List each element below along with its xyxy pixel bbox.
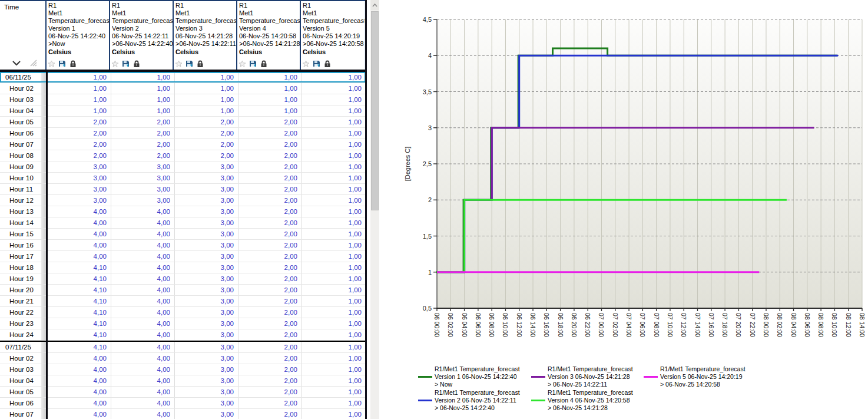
time-cell[interactable]: Hour 03	[0, 94, 41, 105]
value-cell[interactable]: 4,10	[48, 273, 111, 284]
value-cell[interactable]: 4,00	[48, 229, 111, 239]
value-cell[interactable]: 3,00	[175, 262, 238, 273]
value-cell[interactable]: 2,00	[238, 262, 302, 273]
value-cell[interactable]: 2,00	[238, 240, 302, 250]
value-cell[interactable]: 1,00	[48, 83, 111, 94]
value-cell[interactable]: 1,00	[111, 83, 175, 94]
time-cell[interactable]: Hour 14	[0, 217, 41, 228]
value-cell[interactable]: 2,00	[238, 353, 302, 364]
value-cell[interactable]: 2,00	[238, 161, 302, 172]
value-cell[interactable]: 3,00	[111, 173, 175, 183]
value-cell[interactable]: 1,00	[302, 150, 366, 161]
value-cell[interactable]: 2,00	[238, 329, 302, 340]
value-cell[interactable]: 1,00	[302, 353, 366, 364]
value-cell[interactable]: 1,00	[302, 161, 366, 172]
value-cell[interactable]: 3,00	[48, 184, 111, 194]
value-cell[interactable]: 1,00	[302, 229, 366, 239]
value-cell[interactable]: 4,10	[48, 285, 111, 295]
value-cell[interactable]: 2,00	[238, 409, 302, 419]
value-cell[interactable]: 3,00	[175, 375, 238, 386]
save-icon[interactable]	[185, 60, 194, 68]
value-cell[interactable]: 1,00	[238, 94, 302, 105]
time-cell[interactable]: 06/11/25	[0, 72, 41, 83]
value-cell[interactable]: 2,00	[238, 195, 302, 206]
time-cell[interactable]: Hour 02	[0, 353, 41, 364]
value-cell[interactable]: 2,00	[238, 229, 302, 239]
value-cell[interactable]: 2,00	[175, 139, 238, 150]
value-cell[interactable]: 2,00	[238, 398, 302, 408]
time-cell[interactable]: Hour 11	[0, 184, 41, 194]
value-cell[interactable]: 1,00	[302, 251, 366, 262]
value-cell[interactable]: 4,00	[111, 353, 175, 364]
value-cell[interactable]: 1,00	[302, 307, 366, 318]
value-cell[interactable]: 1,00	[302, 329, 366, 340]
value-cell[interactable]: 4,10	[48, 296, 111, 306]
value-cell[interactable]: 4,00	[111, 329, 175, 340]
value-cell[interactable]: 4,00	[111, 240, 175, 250]
value-cell[interactable]: 3,00	[48, 173, 111, 183]
value-cell[interactable]: 1,00	[238, 72, 302, 83]
value-cell[interactable]: 1,00	[302, 83, 366, 94]
value-cell[interactable]: 4,00	[111, 285, 175, 295]
value-cell[interactable]: 1,00	[302, 273, 366, 284]
value-cell[interactable]: 1,00	[175, 72, 238, 83]
value-cell[interactable]: 2,00	[175, 128, 238, 138]
value-cell[interactable]: 1,00	[302, 128, 366, 138]
value-cell[interactable]: 4,00	[48, 387, 111, 397]
value-cell[interactable]: 3,00	[175, 217, 238, 228]
value-cell[interactable]: 2,00	[238, 206, 302, 217]
value-cell[interactable]: 2,00	[238, 342, 302, 352]
star-icon[interactable]	[302, 60, 310, 68]
star-icon[interactable]	[175, 60, 183, 68]
value-cell[interactable]: 1,00	[302, 173, 366, 183]
value-cell[interactable]: 4,00	[111, 251, 175, 262]
time-cell[interactable]: Hour 18	[0, 262, 41, 273]
chevron-down-icon[interactable]	[12, 60, 21, 66]
value-cell[interactable]: 2,00	[238, 117, 302, 127]
vertical-scrollbar[interactable]	[370, 0, 379, 419]
value-cell[interactable]: 1,00	[48, 72, 111, 83]
value-cell[interactable]: 1,00	[175, 83, 238, 94]
value-cell[interactable]: 3,00	[175, 398, 238, 408]
value-cell[interactable]: 1,00	[302, 217, 366, 228]
value-cell[interactable]: 4,00	[111, 318, 175, 329]
time-cell[interactable]: Hour 02	[0, 83, 41, 94]
time-cell[interactable]: Hour 15	[0, 229, 41, 239]
time-cell[interactable]: Hour 22	[0, 307, 41, 318]
time-cell[interactable]: Hour 05	[0, 387, 41, 397]
value-cell[interactable]: 4,00	[48, 364, 111, 375]
value-cell[interactable]: 1,00	[302, 318, 366, 329]
time-cell[interactable]: Hour 20	[0, 285, 41, 295]
value-cell[interactable]: 2,00	[238, 139, 302, 150]
value-cell[interactable]: 4,10	[48, 307, 111, 318]
save-icon[interactable]	[122, 60, 130, 68]
time-column-header[interactable]: Time	[0, 1, 47, 70]
value-cell[interactable]: 1,00	[302, 105, 366, 116]
value-cell[interactable]: 4,10	[48, 329, 111, 340]
column-header-version-3[interactable]: R1Met1Temperature_forecastVersion 306-No…	[174, 1, 237, 70]
value-cell[interactable]: 1,00	[302, 398, 366, 408]
value-cell[interactable]: 3,00	[48, 161, 111, 172]
star-icon[interactable]	[48, 60, 55, 68]
value-cell[interactable]: 2,00	[238, 296, 302, 306]
value-cell[interactable]: 2,00	[48, 139, 111, 150]
value-cell[interactable]: 1,00	[238, 105, 302, 116]
column-header-version-4[interactable]: R1Met1Temperature_forecastVersion 406-No…	[237, 1, 301, 70]
value-cell[interactable]: 2,00	[238, 173, 302, 183]
value-cell[interactable]: 2,00	[48, 117, 111, 127]
value-cell[interactable]: 1,00	[302, 409, 366, 419]
time-cell[interactable]: Hour 07	[0, 409, 41, 419]
scrollbar-up-button[interactable]	[370, 0, 379, 10]
value-cell[interactable]: 3,00	[175, 353, 238, 364]
value-cell[interactable]: 3,00	[175, 329, 238, 340]
value-cell[interactable]: 1,00	[302, 206, 366, 217]
save-icon[interactable]	[58, 60, 67, 68]
value-cell[interactable]: 2,00	[238, 285, 302, 295]
column-header-version-2[interactable]: R1Met1Temperature_forecastVersion 206-No…	[110, 1, 174, 70]
value-cell[interactable]: 3,00	[175, 387, 238, 397]
time-cell[interactable]: Hour 12	[0, 195, 41, 206]
time-cell[interactable]: Hour 24	[0, 329, 41, 340]
value-cell[interactable]: 3,00	[175, 409, 238, 419]
value-cell[interactable]: 1,00	[111, 105, 175, 116]
value-cell[interactable]: 4,00	[111, 229, 175, 239]
